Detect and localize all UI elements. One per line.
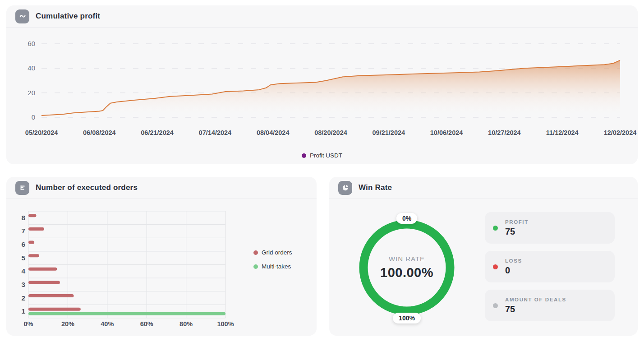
svg-text:07/14/2024: 07/14/2024 — [199, 129, 232, 136]
svg-text:08/04/2024: 08/04/2024 — [257, 129, 290, 136]
loss-label: LOSS — [505, 258, 522, 263]
svg-text:06/21/2024: 06/21/2024 — [141, 129, 174, 136]
cumulative-profit-legend: Profit USDT — [6, 152, 638, 159]
svg-text:40%: 40% — [101, 320, 114, 328]
svg-text:4: 4 — [21, 267, 25, 275]
dashboard: Cumulative profit 020406005/20/202406/08… — [0, 0, 644, 342]
win-rate-header: Win Rate — [329, 177, 638, 199]
executed-orders-panel: Number of executed orders 0%20%40%60%80%… — [6, 177, 317, 336]
stat-card-profit: PROFIT 75 — [485, 212, 615, 244]
svg-text:80%: 80% — [179, 320, 193, 328]
win-rate-center-label: WIN RATE — [389, 255, 425, 263]
profit-label: PROFIT — [505, 219, 529, 225]
executed-orders-chart: 0%20%40%60%80%100%87654321 — [10, 200, 253, 333]
cumulative-profit-title: Cumulative profit — [36, 12, 100, 21]
line-chart-icon — [15, 9, 29, 23]
profit-dot — [493, 226, 498, 231]
legend-label-grid-orders: Grid orders — [262, 249, 292, 256]
svg-text:10/06/2024: 10/06/2024 — [430, 129, 463, 136]
legend-label-profit-usdt: Profit USDT — [310, 152, 342, 159]
amount-of-deals-dot — [493, 303, 498, 308]
svg-text:3: 3 — [21, 281, 25, 288]
svg-text:60: 60 — [28, 40, 35, 47]
win-rate-center: WIN RATE 100.00% — [355, 216, 459, 319]
executed-orders-title: Number of executed orders — [36, 183, 138, 192]
svg-text:7: 7 — [21, 227, 25, 235]
win-rate-title: Win Rate — [359, 183, 392, 192]
svg-text:11/12/2024: 11/12/2024 — [546, 129, 579, 136]
legend-dot-grid-orders — [253, 250, 258, 255]
cumulative-profit-panel: Cumulative profit 020406005/20/202406/08… — [6, 5, 638, 164]
svg-text:12/02/2024: 12/02/2024 — [604, 129, 637, 136]
win-rate-stats: PROFIT 75 LOSS 0 AMOUNT OF DEALS 75 — [485, 212, 615, 321]
svg-text:5: 5 — [21, 254, 25, 262]
amount-of-deals-value: 75 — [505, 304, 566, 314]
legend-item-grid-orders[interactable]: Grid orders — [253, 249, 292, 256]
svg-text:0: 0 — [32, 113, 35, 121]
executed-orders-header: Number of executed orders — [6, 177, 317, 199]
stat-card-loss: LOSS 0 — [485, 251, 615, 282]
win-rate-center-value: 100.00% — [380, 265, 433, 280]
amount-of-deals-label: AMOUNT OF DEALS — [505, 297, 566, 302]
legend-item-profit-usdt[interactable]: Profit USDT — [302, 152, 342, 159]
svg-text:0%: 0% — [24, 320, 33, 328]
win-rate-hundred-badge: 100% — [393, 313, 421, 324]
svg-text:1: 1 — [21, 307, 25, 315]
legend-dot-multi-takes — [253, 264, 258, 269]
svg-text:60%: 60% — [140, 320, 153, 328]
svg-text:40: 40 — [28, 64, 35, 72]
win-rate-gauge: WIN RATE 100.00% 0% 100% — [355, 216, 459, 319]
win-rate-panel: Win Rate WIN RATE 100.00% 0% 100% PROFIT… — [329, 177, 638, 336]
loss-value: 0 — [505, 265, 522, 276]
executed-orders-legend: Grid orders Multi-takes — [253, 249, 292, 270]
svg-text:2: 2 — [21, 294, 25, 302]
cumulative-profit-header: Cumulative profit — [6, 5, 638, 28]
svg-text:20%: 20% — [61, 320, 74, 328]
legend-label-multi-takes: Multi-takes — [262, 263, 291, 270]
legend-item-multi-takes[interactable]: Multi-takes — [253, 263, 292, 270]
svg-text:6: 6 — [21, 240, 25, 248]
cumulative-profit-chart: 020406005/20/202406/08/202406/21/202407/… — [6, 28, 638, 145]
svg-text:100%: 100% — [217, 320, 234, 328]
loss-dot — [493, 264, 498, 269]
legend-dot-profit-usdt — [302, 153, 306, 158]
svg-text:08/20/2024: 08/20/2024 — [314, 129, 347, 136]
profit-value: 75 — [505, 226, 529, 237]
svg-text:20: 20 — [28, 89, 35, 97]
pie-chart-icon — [338, 181, 352, 195]
svg-text:09/21/2024: 09/21/2024 — [373, 129, 405, 136]
win-rate-zero-badge: 0% — [396, 213, 417, 224]
svg-text:06/08/2024: 06/08/2024 — [83, 129, 116, 136]
svg-text:10/27/2024: 10/27/2024 — [488, 129, 521, 136]
bar-chart-icon — [15, 181, 29, 195]
svg-text:8: 8 — [21, 214, 25, 222]
svg-text:05/20/2024: 05/20/2024 — [25, 129, 58, 136]
stat-card-amount-of-deals: AMOUNT OF DEALS 75 — [485, 290, 615, 321]
